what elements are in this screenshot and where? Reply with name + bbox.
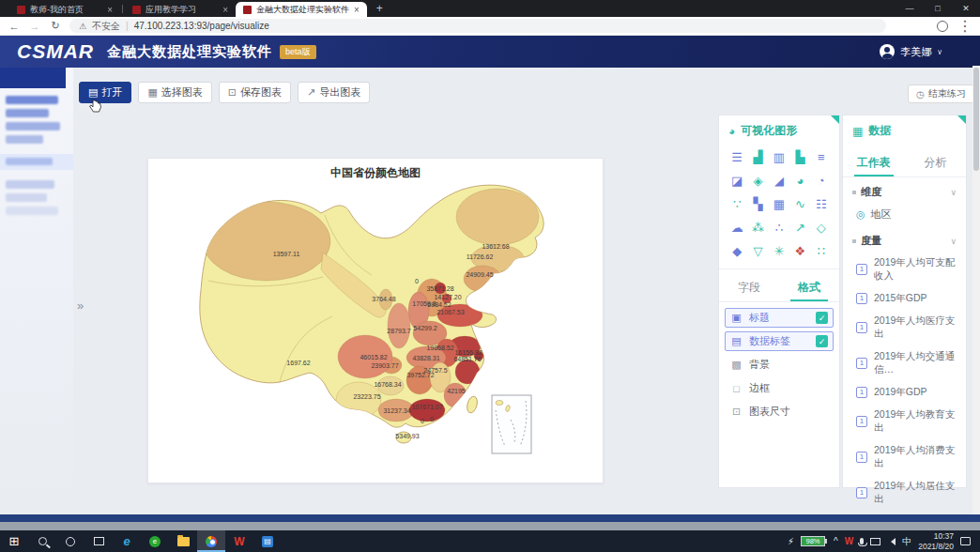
cortana-icon[interactable] bbox=[56, 530, 84, 552]
polygon-chart-icon[interactable]: ◆ bbox=[727, 242, 746, 259]
histogram-chart-icon[interactable]: ▙ bbox=[790, 148, 809, 165]
speaker-icon[interactable] bbox=[887, 538, 896, 545]
measure-item[interactable]: 12015年GDP bbox=[843, 287, 966, 310]
measure-item[interactable]: 12019年人均医疗支出 bbox=[843, 310, 966, 345]
dimension-item-region[interactable]: ◎ 地区 bbox=[843, 203, 966, 226]
dot-plot-chart-icon[interactable]: ∵ bbox=[727, 195, 746, 212]
ime-indicator[interactable]: 中 bbox=[902, 535, 911, 548]
horizontal-bar-chart-icon[interactable]: ≡ bbox=[812, 148, 831, 165]
sidebar-item[interactable] bbox=[6, 96, 58, 104]
sidebar-item[interactable] bbox=[6, 109, 49, 117]
combo-chart-icon[interactable]: ◪ bbox=[727, 172, 746, 189]
maximize-button[interactable]: □ bbox=[924, 0, 952, 17]
wps-icon[interactable]: W bbox=[225, 530, 253, 552]
measure-item[interactable]: 12019年人均消费支出 bbox=[843, 439, 966, 475]
browser-360-icon[interactable]: e bbox=[141, 530, 169, 552]
forward-icon[interactable]: → bbox=[28, 21, 41, 32]
network-chart-icon[interactable]: ∴ bbox=[770, 219, 789, 236]
sidebar-item[interactable] bbox=[0, 68, 66, 88]
china-map-chart-icon[interactable]: ❖ bbox=[790, 242, 809, 259]
diamond-scatter-chart-icon[interactable]: ◈ bbox=[749, 172, 768, 189]
sidebar-expander-icon[interactable]: » bbox=[77, 299, 84, 313]
funnel-chart-icon[interactable]: ▽ bbox=[749, 242, 768, 259]
treemap-chart-icon[interactable]: ▚ bbox=[749, 195, 768, 212]
line-chart-icon[interactable]: ∿ bbox=[790, 195, 809, 212]
checkbox-checked[interactable]: ✓ bbox=[816, 335, 828, 347]
area-chart-icon[interactable]: ◢ bbox=[770, 172, 789, 189]
export-chart-button[interactable]: ↗ 导出图表 bbox=[298, 82, 370, 103]
measure-item[interactable]: 12019年人均可支配收入 bbox=[843, 252, 966, 287]
display-network-icon[interactable] bbox=[870, 538, 880, 545]
measure-item[interactable]: 12019年GDP bbox=[843, 381, 966, 404]
format-option-row[interactable]: ⊡图表尺寸 bbox=[725, 402, 834, 422]
rose-chart-icon[interactable]: ✳ bbox=[770, 242, 789, 259]
format-option-checked[interactable]: ▣标题✓ bbox=[725, 308, 834, 328]
address-bar[interactable]: ⚠ 不安全 | 47.100.223.13:93/page/visualize bbox=[69, 19, 886, 33]
tab-format[interactable]: 格式 bbox=[779, 273, 839, 301]
text-table-chart-icon[interactable]: ☰ bbox=[727, 148, 746, 165]
format-option-checked[interactable]: ▤数据标签✓ bbox=[725, 331, 834, 351]
china-choropleth-map[interactable]: 13597.111697.6213612.6811726.6224909.450… bbox=[148, 159, 603, 483]
sidebar-item[interactable] bbox=[6, 193, 47, 202]
measures-section-header[interactable]: 度量 ∨ bbox=[843, 226, 966, 252]
box-plot-chart-icon[interactable]: ☷ bbox=[812, 195, 831, 212]
tab-analysis[interactable]: 分析 bbox=[905, 148, 967, 176]
vertical-scrollbar[interactable] bbox=[972, 66, 980, 514]
checkbox-checked[interactable]: ✓ bbox=[816, 312, 828, 324]
tab-close-icon[interactable]: × bbox=[354, 5, 360, 15]
scrollbar-thumb[interactable] bbox=[973, 68, 979, 171]
panel-fold-icon[interactable] bbox=[957, 115, 966, 124]
microphone-icon[interactable] bbox=[860, 538, 864, 544]
wps-tray-icon[interactable]: W bbox=[845, 536, 853, 546]
task-view-icon[interactable] bbox=[84, 530, 113, 552]
clock-date[interactable]: 10:37 2021/8/20 bbox=[918, 531, 954, 551]
reload-icon[interactable]: ↻ bbox=[49, 20, 62, 32]
docs-app-icon[interactable]: ▤ bbox=[253, 530, 282, 552]
file-explorer-icon[interactable] bbox=[169, 530, 197, 552]
bubble-chart-icon[interactable]: ⁂ bbox=[749, 219, 768, 236]
back-icon[interactable]: ← bbox=[8, 21, 21, 32]
start-button[interactable]: ⊞ bbox=[0, 530, 28, 552]
open-button[interactable]: ▤ 打开 bbox=[79, 82, 131, 103]
tab-close-icon[interactable]: × bbox=[222, 5, 228, 15]
browser-profile-icon[interactable] bbox=[937, 21, 948, 32]
grid-heatmap-chart-icon[interactable]: ▦ bbox=[770, 195, 789, 212]
measure-item[interactable]: 12019年人均交通通信… bbox=[843, 345, 966, 381]
notification-center-icon[interactable] bbox=[960, 537, 971, 545]
radar-chart-icon[interactable]: ◇ bbox=[812, 219, 831, 236]
browser-tab[interactable]: 应用教学学习× bbox=[125, 2, 236, 17]
word-cloud-chart-icon[interactable]: ☁ bbox=[727, 219, 746, 236]
save-chart-button[interactable]: ⊡ 保存图表 bbox=[219, 82, 291, 103]
user-menu[interactable]: 李美娜 ∨ bbox=[880, 44, 942, 59]
sidebar-item[interactable] bbox=[6, 180, 54, 189]
browser-menu-icon[interactable]: ⋮ bbox=[957, 17, 972, 35]
sidebar-item-active[interactable] bbox=[0, 154, 73, 170]
tab-worksheet[interactable]: 工作表 bbox=[843, 148, 905, 176]
dimensions-section-header[interactable]: 维度 ∨ bbox=[843, 177, 966, 203]
select-chart-button[interactable]: ▦ 选择图表 bbox=[138, 82, 211, 103]
new-tab-button[interactable]: + bbox=[376, 2, 383, 15]
tab-fields[interactable]: 字段 bbox=[719, 273, 779, 301]
panel-fold-icon[interactable] bbox=[831, 115, 839, 124]
minimize-button[interactable]: — bbox=[896, 0, 924, 17]
measure-item[interactable]: 12019年人均居住支出 bbox=[843, 475, 966, 511]
measure-item[interactable]: 12019年人均教育支出 bbox=[843, 404, 966, 439]
edge-icon[interactable]: e bbox=[113, 530, 141, 552]
close-button[interactable]: ✕ bbox=[952, 0, 980, 17]
sidebar-item[interactable] bbox=[6, 122, 60, 130]
format-option-row[interactable]: ▩背景 bbox=[725, 355, 834, 375]
donut-chart-icon[interactable]: ◔ bbox=[812, 172, 831, 189]
browser-tab[interactable]: 教师-我的首页× bbox=[9, 2, 120, 17]
sidebar-item[interactable] bbox=[6, 207, 58, 215]
chrome-icon[interactable] bbox=[197, 530, 225, 552]
battery-indicator[interactable]: 98% bbox=[801, 536, 827, 546]
bar-chart-icon[interactable]: ▟ bbox=[749, 148, 768, 165]
scatter-trend-chart-icon[interactable]: ↗ bbox=[790, 219, 809, 236]
tab-close-icon[interactable]: × bbox=[107, 5, 113, 15]
browser-tab[interactable]: 金融大数据处理实验软件× bbox=[236, 2, 367, 17]
format-option-row[interactable]: □边框 bbox=[725, 378, 834, 398]
search-icon[interactable] bbox=[28, 530, 56, 552]
scatter-matrix-chart-icon[interactable]: ∷ bbox=[812, 242, 831, 259]
end-practice-button[interactable]: ◷ 结束练习 bbox=[908, 84, 974, 103]
column-chart-icon[interactable]: ▥ bbox=[770, 148, 789, 165]
